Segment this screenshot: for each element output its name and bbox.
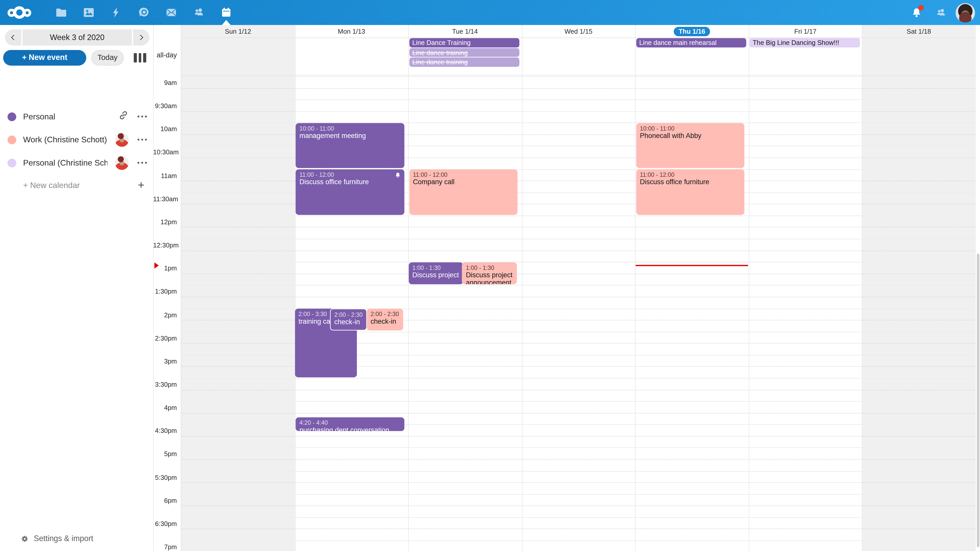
active-app-indicator — [222, 20, 231, 25]
app-button-photos[interactable] — [75, 0, 103, 25]
time-label: 1:30pm — [153, 287, 177, 295]
calendar-menu-button[interactable] — [137, 113, 147, 120]
mail-icon — [165, 6, 178, 19]
settings-import-button[interactable]: Settings & import — [0, 532, 153, 545]
calendar-list-item[interactable]: Work (Christine Schott) — [0, 128, 153, 151]
allday-event[interactable]: Line dance training — [409, 57, 519, 67]
app-button-calendar[interactable] — [213, 0, 240, 25]
share-button[interactable] — [118, 110, 129, 123]
calendar-menu-button[interactable] — [137, 136, 147, 143]
notifications-button[interactable] — [907, 3, 925, 22]
event[interactable]: 1:00 - 1:30Discuss project announcement — [462, 262, 517, 284]
app-button-talk[interactable] — [130, 0, 158, 25]
talk-icon — [138, 6, 150, 19]
app-button-mail[interactable] — [158, 0, 185, 25]
calendar-icon — [220, 6, 232, 19]
event-title: Discuss office furniture — [640, 178, 742, 186]
event-time: 2:00 - 2:30 — [334, 311, 364, 318]
scrollbar-thumb[interactable] — [977, 254, 980, 547]
time-label: 11am — [153, 171, 177, 179]
today-button[interactable]: Today — [91, 50, 124, 65]
day-header-wed[interactable]: Wed 1/15 — [522, 25, 635, 38]
hour-gridline — [181, 76, 976, 77]
top-bar — [0, 0, 980, 25]
calendar-list-item[interactable]: Personal — [0, 105, 153, 128]
calendar-row-actions — [115, 156, 147, 170]
hour-gridline — [181, 239, 976, 239]
view-columns-icon[interactable] — [134, 53, 146, 62]
event[interactable]: 2:00 - 2:30check-in — [367, 309, 403, 330]
event[interactable]: 10:00 - 11:00management meeting — [296, 123, 404, 168]
event-title: management meeting — [299, 132, 402, 140]
activity-icon — [110, 6, 123, 19]
app-button-contacts[interactable] — [185, 0, 213, 25]
calendar-row-actions — [115, 133, 147, 146]
column-separator — [181, 25, 182, 551]
share-link-icon — [118, 110, 129, 121]
calendar-name: Personal — [23, 112, 56, 121]
event-title: Discuss project announcement — [466, 271, 514, 284]
plus-icon: + — [138, 179, 145, 191]
quarter-gridline — [181, 506, 976, 506]
next-week-button[interactable] — [133, 29, 150, 46]
calendar-list-item[interactable]: Personal (Christine Scho… — [0, 151, 153, 175]
new-calendar-label: + New calendar — [23, 180, 80, 190]
week-navigation: Week 3 of 2020 — [5, 29, 150, 46]
event-time: 4:20 - 4:40 — [299, 419, 402, 426]
event[interactable]: 10:00 - 11:00Phonecall with Abby — [636, 123, 745, 168]
calendar-color-dot — [7, 159, 16, 167]
event[interactable]: 11:00 - 12:00Discuss office furniture — [296, 170, 404, 215]
event-time: 10:00 - 11:00 — [299, 125, 402, 132]
quarter-gridline — [181, 297, 976, 297]
event[interactable]: 4:20 - 4:40purchasing dept conversation — [296, 417, 404, 431]
hour-gridline — [181, 262, 976, 262]
user-avatar[interactable] — [956, 3, 975, 22]
app-button-activity[interactable] — [103, 0, 130, 25]
quarter-gridline — [181, 529, 976, 529]
hour-gridline — [181, 494, 976, 494]
time-label: 5pm — [153, 450, 177, 457]
allday-event[interactable]: The Big Line Dancing Show!!! — [749, 38, 860, 47]
day-header-mon[interactable]: Mon 1/13 — [295, 25, 408, 38]
notification-dot — [918, 5, 924, 11]
app-window: Week 3 of 2020 + New event Today Persona… — [0, 0, 980, 551]
nextcloud-logo-icon[interactable] — [7, 4, 36, 21]
calendar-menu-button[interactable] — [137, 159, 147, 166]
column-separator — [862, 25, 862, 551]
hour-gridline — [181, 378, 976, 378]
settings-label: Settings & import — [34, 534, 93, 543]
event-time: 11:00 - 12:00 — [413, 171, 515, 178]
event-title: Discuss project announcement — [412, 271, 461, 279]
allday-event[interactable]: Line dance training — [409, 48, 519, 57]
time-label: 10am — [153, 125, 177, 133]
quarter-gridline — [181, 483, 976, 483]
previous-week-button[interactable] — [5, 29, 21, 46]
day-header-fri[interactable]: Fri 1/17 — [749, 25, 862, 38]
time-label: 4:30pm — [153, 427, 177, 434]
day-header-tue[interactable]: Tue 1/14 — [408, 25, 522, 38]
contacts-menu-button[interactable] — [931, 3, 950, 22]
time-gutter: 9am9:30am10am10:30am11am11:30am12pm12:30… — [153, 25, 181, 551]
calendar-list: PersonalWork (Christine Schott)Personal … — [0, 105, 153, 174]
day-header-sun[interactable]: Sun 1/12 — [181, 25, 295, 38]
allday-event[interactable]: Line dance main rehearsal — [636, 38, 746, 47]
time-label: 12pm — [153, 218, 177, 225]
allday-event[interactable]: Line Dance Training — [409, 38, 519, 47]
vertical-scrollbar[interactable] — [976, 25, 980, 551]
week-label[interactable]: Week 3 of 2020 — [22, 29, 132, 46]
new-calendar-button[interactable]: + New calendar + — [0, 177, 153, 193]
event[interactable]: 2:00 - 2:30check-in — [330, 309, 367, 330]
app-menu — [48, 0, 240, 25]
event[interactable]: 1:00 - 1:30Discuss project announcement — [409, 262, 463, 284]
quarter-gridline — [181, 273, 976, 274]
day-header-thu[interactable]: Thu 1/16 — [635, 25, 749, 38]
event[interactable]: 11:00 - 12:00Discuss office furniture — [636, 170, 745, 215]
event[interactable]: 11:00 - 12:00Company call — [409, 170, 517, 215]
calendar-name: Work (Christine Schott) — [23, 135, 107, 144]
allday-label: all-day — [157, 51, 177, 59]
event-time: 11:00 - 12:00 — [299, 171, 402, 178]
app-button-files[interactable] — [48, 0, 75, 25]
new-event-button[interactable]: + New event — [3, 50, 86, 65]
day-header-sat[interactable]: Sat 1/18 — [862, 25, 976, 38]
shared-by-avatar — [115, 133, 128, 146]
